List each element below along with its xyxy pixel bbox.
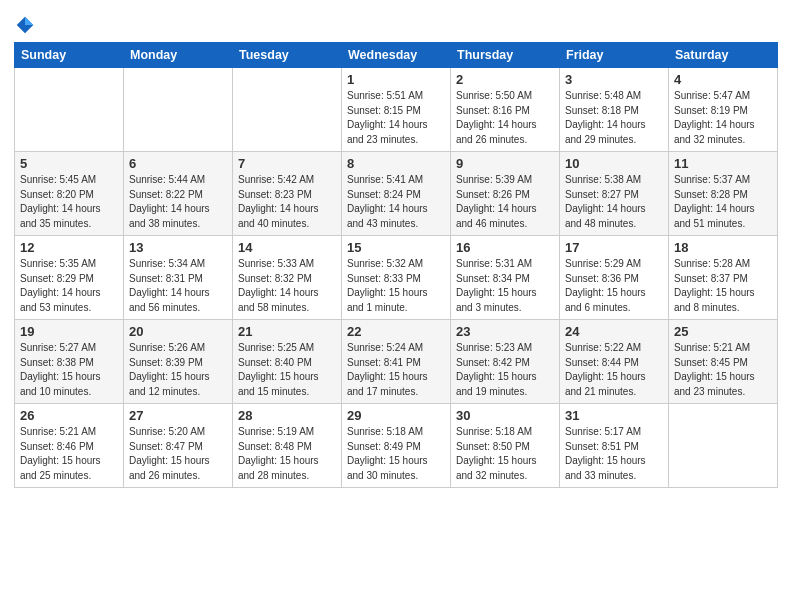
day-info: Sunrise: 5:37 AM Sunset: 8:28 PM Dayligh… (674, 173, 772, 231)
day-number: 3 (565, 72, 663, 87)
day-number: 28 (238, 408, 336, 423)
day-number: 9 (456, 156, 554, 171)
day-cell: 10Sunrise: 5:38 AM Sunset: 8:27 PM Dayli… (560, 152, 669, 236)
header-thursday: Thursday (451, 43, 560, 68)
day-cell: 3Sunrise: 5:48 AM Sunset: 8:18 PM Daylig… (560, 68, 669, 152)
day-info: Sunrise: 5:35 AM Sunset: 8:29 PM Dayligh… (20, 257, 118, 315)
header-friday: Friday (560, 43, 669, 68)
day-info: Sunrise: 5:23 AM Sunset: 8:42 PM Dayligh… (456, 341, 554, 399)
day-info: Sunrise: 5:25 AM Sunset: 8:40 PM Dayligh… (238, 341, 336, 399)
day-info: Sunrise: 5:51 AM Sunset: 8:15 PM Dayligh… (347, 89, 445, 147)
day-cell: 2Sunrise: 5:50 AM Sunset: 8:16 PM Daylig… (451, 68, 560, 152)
day-number: 2 (456, 72, 554, 87)
header-monday: Monday (124, 43, 233, 68)
day-number: 23 (456, 324, 554, 339)
day-number: 6 (129, 156, 227, 171)
day-number: 30 (456, 408, 554, 423)
day-cell: 20Sunrise: 5:26 AM Sunset: 8:39 PM Dayli… (124, 320, 233, 404)
day-info: Sunrise: 5:47 AM Sunset: 8:19 PM Dayligh… (674, 89, 772, 147)
day-info: Sunrise: 5:34 AM Sunset: 8:31 PM Dayligh… (129, 257, 227, 315)
day-info: Sunrise: 5:29 AM Sunset: 8:36 PM Dayligh… (565, 257, 663, 315)
day-info: Sunrise: 5:18 AM Sunset: 8:49 PM Dayligh… (347, 425, 445, 483)
day-cell (15, 68, 124, 152)
day-info: Sunrise: 5:22 AM Sunset: 8:44 PM Dayligh… (565, 341, 663, 399)
day-number: 11 (674, 156, 772, 171)
week-row-5: 26Sunrise: 5:21 AM Sunset: 8:46 PM Dayli… (15, 404, 778, 488)
day-info: Sunrise: 5:17 AM Sunset: 8:51 PM Dayligh… (565, 425, 663, 483)
day-cell (124, 68, 233, 152)
day-cell: 27Sunrise: 5:20 AM Sunset: 8:47 PM Dayli… (124, 404, 233, 488)
day-info: Sunrise: 5:45 AM Sunset: 8:20 PM Dayligh… (20, 173, 118, 231)
day-info: Sunrise: 5:28 AM Sunset: 8:37 PM Dayligh… (674, 257, 772, 315)
day-cell: 29Sunrise: 5:18 AM Sunset: 8:49 PM Dayli… (342, 404, 451, 488)
day-cell: 1Sunrise: 5:51 AM Sunset: 8:15 PM Daylig… (342, 68, 451, 152)
day-number: 18 (674, 240, 772, 255)
day-number: 10 (565, 156, 663, 171)
day-number: 31 (565, 408, 663, 423)
day-cell: 31Sunrise: 5:17 AM Sunset: 8:51 PM Dayli… (560, 404, 669, 488)
day-cell: 15Sunrise: 5:32 AM Sunset: 8:33 PM Dayli… (342, 236, 451, 320)
day-info: Sunrise: 5:33 AM Sunset: 8:32 PM Dayligh… (238, 257, 336, 315)
day-number: 19 (20, 324, 118, 339)
day-cell: 4Sunrise: 5:47 AM Sunset: 8:19 PM Daylig… (669, 68, 778, 152)
day-cell: 17Sunrise: 5:29 AM Sunset: 8:36 PM Dayli… (560, 236, 669, 320)
logo (14, 14, 38, 36)
day-cell: 25Sunrise: 5:21 AM Sunset: 8:45 PM Dayli… (669, 320, 778, 404)
day-info: Sunrise: 5:26 AM Sunset: 8:39 PM Dayligh… (129, 341, 227, 399)
day-number: 27 (129, 408, 227, 423)
day-cell: 19Sunrise: 5:27 AM Sunset: 8:38 PM Dayli… (15, 320, 124, 404)
day-cell: 28Sunrise: 5:19 AM Sunset: 8:48 PM Dayli… (233, 404, 342, 488)
day-cell (669, 404, 778, 488)
day-cell: 16Sunrise: 5:31 AM Sunset: 8:34 PM Dayli… (451, 236, 560, 320)
week-row-1: 1Sunrise: 5:51 AM Sunset: 8:15 PM Daylig… (15, 68, 778, 152)
page: SundayMondayTuesdayWednesdayThursdayFrid… (0, 0, 792, 612)
header-sunday: Sunday (15, 43, 124, 68)
day-number: 13 (129, 240, 227, 255)
day-number: 22 (347, 324, 445, 339)
day-info: Sunrise: 5:24 AM Sunset: 8:41 PM Dayligh… (347, 341, 445, 399)
calendar-body: 1Sunrise: 5:51 AM Sunset: 8:15 PM Daylig… (15, 68, 778, 488)
day-info: Sunrise: 5:38 AM Sunset: 8:27 PM Dayligh… (565, 173, 663, 231)
header-row: SundayMondayTuesdayWednesdayThursdayFrid… (15, 43, 778, 68)
day-number: 7 (238, 156, 336, 171)
day-number: 29 (347, 408, 445, 423)
day-info: Sunrise: 5:18 AM Sunset: 8:50 PM Dayligh… (456, 425, 554, 483)
day-number: 16 (456, 240, 554, 255)
day-info: Sunrise: 5:42 AM Sunset: 8:23 PM Dayligh… (238, 173, 336, 231)
calendar-header: SundayMondayTuesdayWednesdayThursdayFrid… (15, 43, 778, 68)
day-number: 20 (129, 324, 227, 339)
header-saturday: Saturday (669, 43, 778, 68)
day-number: 24 (565, 324, 663, 339)
day-info: Sunrise: 5:27 AM Sunset: 8:38 PM Dayligh… (20, 341, 118, 399)
day-cell: 18Sunrise: 5:28 AM Sunset: 8:37 PM Dayli… (669, 236, 778, 320)
day-cell: 11Sunrise: 5:37 AM Sunset: 8:28 PM Dayli… (669, 152, 778, 236)
day-info: Sunrise: 5:44 AM Sunset: 8:22 PM Dayligh… (129, 173, 227, 231)
day-cell: 30Sunrise: 5:18 AM Sunset: 8:50 PM Dayli… (451, 404, 560, 488)
day-cell: 24Sunrise: 5:22 AM Sunset: 8:44 PM Dayli… (560, 320, 669, 404)
day-cell: 22Sunrise: 5:24 AM Sunset: 8:41 PM Dayli… (342, 320, 451, 404)
day-cell: 12Sunrise: 5:35 AM Sunset: 8:29 PM Dayli… (15, 236, 124, 320)
day-info: Sunrise: 5:21 AM Sunset: 8:46 PM Dayligh… (20, 425, 118, 483)
day-cell: 5Sunrise: 5:45 AM Sunset: 8:20 PM Daylig… (15, 152, 124, 236)
day-number: 5 (20, 156, 118, 171)
day-cell: 6Sunrise: 5:44 AM Sunset: 8:22 PM Daylig… (124, 152, 233, 236)
day-cell: 21Sunrise: 5:25 AM Sunset: 8:40 PM Dayli… (233, 320, 342, 404)
day-cell: 9Sunrise: 5:39 AM Sunset: 8:26 PM Daylig… (451, 152, 560, 236)
day-info: Sunrise: 5:39 AM Sunset: 8:26 PM Dayligh… (456, 173, 554, 231)
week-row-4: 19Sunrise: 5:27 AM Sunset: 8:38 PM Dayli… (15, 320, 778, 404)
day-number: 15 (347, 240, 445, 255)
day-number: 26 (20, 408, 118, 423)
day-number: 4 (674, 72, 772, 87)
week-row-3: 12Sunrise: 5:35 AM Sunset: 8:29 PM Dayli… (15, 236, 778, 320)
day-info: Sunrise: 5:50 AM Sunset: 8:16 PM Dayligh… (456, 89, 554, 147)
day-cell: 8Sunrise: 5:41 AM Sunset: 8:24 PM Daylig… (342, 152, 451, 236)
day-cell: 23Sunrise: 5:23 AM Sunset: 8:42 PM Dayli… (451, 320, 560, 404)
day-info: Sunrise: 5:48 AM Sunset: 8:18 PM Dayligh… (565, 89, 663, 147)
day-number: 21 (238, 324, 336, 339)
day-cell: 26Sunrise: 5:21 AM Sunset: 8:46 PM Dayli… (15, 404, 124, 488)
header-wednesday: Wednesday (342, 43, 451, 68)
day-info: Sunrise: 5:32 AM Sunset: 8:33 PM Dayligh… (347, 257, 445, 315)
day-info: Sunrise: 5:19 AM Sunset: 8:48 PM Dayligh… (238, 425, 336, 483)
day-number: 17 (565, 240, 663, 255)
day-number: 25 (674, 324, 772, 339)
